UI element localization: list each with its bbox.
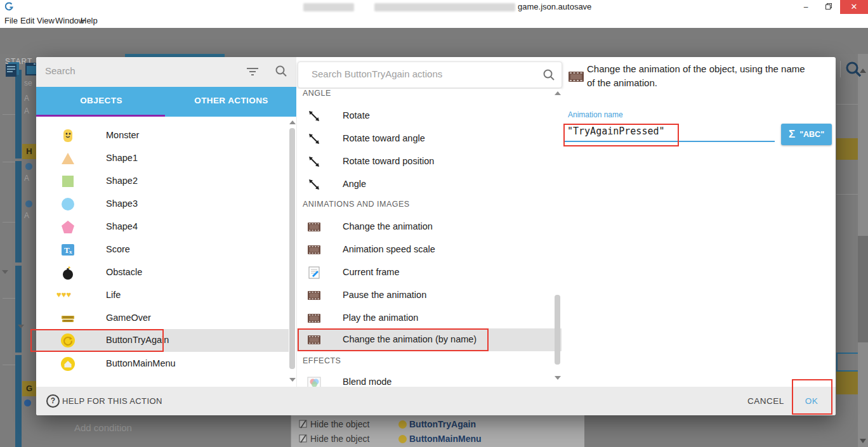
scroll-down-icon[interactable] (555, 376, 561, 380)
scroll-up-icon[interactable] (289, 120, 296, 124)
film-strip-icon (307, 311, 321, 325)
event-text-fragment: A (24, 211, 29, 220)
action-section-header: ANIMATIONS AND IMAGES (303, 200, 410, 209)
tab-objects[interactable]: OBJECTS (36, 87, 166, 115)
cancel-button[interactable]: CANCEL (739, 392, 792, 411)
action-search-input[interactable] (310, 68, 522, 80)
menu-help[interactable]: Help (81, 16, 98, 25)
rotate-icon (307, 178, 321, 191)
project-manager-icon[interactable] (5, 61, 20, 77)
action-label: Animation speed scale (343, 244, 435, 254)
help-link[interactable]: HELP FOR THIS ACTION (62, 396, 162, 406)
highlighted-event-block (836, 138, 858, 160)
action-row-rotate-toward-position[interactable]: Rotate toward position (297, 150, 554, 173)
object-label: Life (106, 290, 121, 300)
scroll-down-icon[interactable] (289, 378, 296, 382)
action-label: Rotate toward angle (343, 133, 425, 143)
film-strip-icon (307, 243, 321, 257)
object-row-shape3[interactable]: Shape3 (36, 193, 289, 216)
event-block-bar (15, 161, 22, 262)
toolbar-search-icon[interactable] (844, 60, 863, 78)
event-block-bar (15, 266, 22, 353)
tree-guide-line (3, 114, 15, 115)
hearts-icon: ♥♥♥ (56, 290, 82, 305)
action-row-play-animation[interactable]: Play the animation (297, 307, 554, 330)
object-thumbnail-icon (398, 435, 407, 443)
action-label: Rotate (343, 110, 370, 120)
annotation-box-animation-name-input (563, 124, 679, 146)
action-section-header: EFFECTS (303, 356, 341, 365)
search-icon[interactable] (542, 68, 555, 81)
search-icon[interactable] (275, 65, 287, 77)
menu-view[interactable]: View (37, 16, 55, 25)
menu-edit[interactable]: Edit (20, 16, 34, 25)
rotate-icon (307, 155, 321, 169)
action-label: Rotate toward position (343, 156, 434, 166)
text-object-icon: T x (60, 242, 76, 257)
monster-icon (60, 128, 76, 143)
annotation-box-buttontryagain (30, 329, 164, 352)
object-label: Shape3 (106, 198, 138, 209)
expression-editor-button[interactable]: Σ "ABC" (781, 124, 832, 145)
action-label: Pause the animation (343, 290, 426, 300)
object-row-shape1[interactable]: Shape1 (36, 147, 289, 170)
tree-guide-line (3, 365, 15, 365)
home-button-icon (60, 356, 76, 372)
action-row-blend-mode[interactable]: Blend mode (297, 371, 554, 387)
object-label: ButtonMainMenu (106, 358, 176, 368)
object-row-monster[interactable]: Monster (36, 124, 289, 147)
events-scrollbar-thumb[interactable] (858, 236, 868, 342)
square-icon (60, 174, 76, 189)
action-section-header: ANGLE (303, 89, 331, 98)
help-icon[interactable]: ? (46, 394, 60, 408)
object-row-shape4[interactable]: Shape4 (36, 216, 289, 238)
action-description-line1: Change the animation of the object, usin… (587, 63, 815, 74)
scroll-up-icon[interactable] (555, 91, 561, 95)
highlighted-event-row: G (22, 381, 36, 396)
object-thumbnail-icon (398, 420, 407, 429)
redacted-title-text (374, 3, 515, 11)
action-row-pause-animation[interactable]: Pause the animation (297, 284, 554, 307)
gear-icon (25, 163, 32, 170)
event-text-fragment: A (24, 174, 29, 183)
main-toolbar (0, 28, 868, 54)
action-row-current-frame[interactable]: Current frame (297, 261, 554, 284)
object-row-gameover[interactable]: GameOver (36, 307, 289, 330)
action-row-angle[interactable]: Angle (297, 173, 554, 196)
object-row-life[interactable]: ♥♥♥ Life (36, 284, 289, 307)
action-list-scrollbar[interactable] (554, 89, 562, 387)
event-divider (836, 104, 858, 105)
object-list-scrollbar[interactable] (289, 117, 296, 387)
action-row-rotate-toward-angle[interactable]: Rotate toward angle (297, 127, 554, 150)
action-label: Blend mode (343, 377, 391, 387)
animation-name-label: Animation name (568, 110, 623, 119)
scroll-down-icon[interactable] (860, 439, 866, 443)
action-search-bar (298, 62, 562, 88)
close-button[interactable]: ✕ (840, 0, 868, 14)
action-row-animation-speed-scale[interactable]: Animation speed scale (297, 238, 554, 261)
toolbar-separator (840, 61, 841, 77)
action-row-rotate[interactable]: Rotate (297, 105, 554, 127)
menu-file[interactable]: File (4, 16, 18, 25)
object-list-scrollbar-thumb[interactable] (289, 128, 295, 369)
action-label: Angle (343, 179, 366, 189)
svg-text:x: x (69, 249, 72, 255)
tab-other-actions[interactable]: OTHER ACTIONS (166, 87, 296, 115)
film-strip-icon (307, 288, 321, 302)
object-row-obstacle[interactable]: Obstacle (36, 261, 289, 284)
object-row-shape2[interactable]: Shape2 (36, 170, 289, 193)
action-label: Current frame (343, 267, 399, 277)
object-row-buttonmainmenu[interactable]: ButtonMainMenu (36, 353, 289, 375)
film-strip-icon (568, 70, 584, 84)
object-row-score[interactable]: T x Score (36, 238, 289, 261)
action-list-scrollbar-thumb[interactable] (555, 295, 560, 365)
maximize-button[interactable] (817, 0, 840, 14)
action-row-change-animation[interactable]: Change the animation (297, 216, 554, 238)
object-search-input[interactable] (44, 65, 237, 77)
tree-guide-line (3, 298, 15, 299)
filter-icon[interactable] (246, 66, 260, 77)
object-label: Shape4 (106, 221, 138, 231)
restore-icon (825, 3, 832, 10)
gameover-banner-icon (60, 311, 76, 326)
minimize-button[interactable]: – (794, 0, 817, 14)
